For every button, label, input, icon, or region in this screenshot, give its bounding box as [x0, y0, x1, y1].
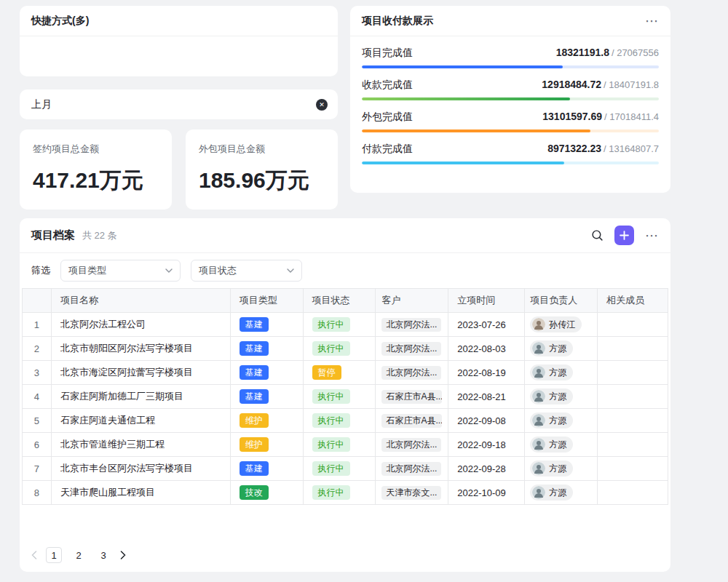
dashboard: 快捷方式(多) 上月 ✕ 签约项目总金额 417.21万元 外包项目总金额 18…: [20, 6, 670, 572]
table-card-title: 项目档案: [31, 228, 75, 242]
progress-fill: [362, 97, 570, 100]
avatar: [532, 486, 545, 499]
shortcut-card: 快捷方式(多): [20, 6, 338, 76]
chevron-down-icon: [165, 268, 173, 273]
page-button[interactable]: 2: [71, 547, 87, 563]
customer-tag: 北京阿尔法...: [381, 462, 441, 476]
metric-receipt-complete: 收款完成值 12918484.72/ 18407191.8: [362, 79, 659, 100]
filter-project-status-dropdown[interactable]: 项目状态: [191, 260, 302, 282]
customer-tag: 天津市奈文...: [381, 486, 441, 500]
avatar: [532, 414, 545, 427]
owner-name: 方源: [549, 343, 566, 355]
next-page-icon[interactable]: [120, 551, 126, 559]
status-badge: 暂停: [312, 365, 341, 380]
row-index: 6: [23, 433, 52, 457]
add-record-button[interactable]: [614, 226, 634, 245]
owner-name: 方源: [549, 391, 566, 403]
metric-total: / 18407191.8: [604, 79, 659, 90]
dropdown-label: 项目状态: [199, 264, 237, 277]
project-name-cell[interactable]: 石家庄阿斯加德工厂三期项目: [52, 385, 231, 409]
status-badge: 执行中: [312, 437, 350, 452]
members-cell[interactable]: [598, 361, 668, 385]
metric-value: 12918484.72: [542, 79, 601, 90]
type-badge: 基建: [240, 365, 269, 380]
project-name-cell[interactable]: 北京市丰台区阿尔法写字楼项目: [52, 457, 231, 481]
table-row[interactable]: 3 北京市海淀区阿拉蕾写字楼项目 基建 暂停 北京阿尔法... 2022-08-…: [23, 361, 668, 385]
project-name-cell[interactable]: 石家庄阿道夫通信工程: [52, 409, 231, 433]
prev-page-icon[interactable]: [31, 551, 37, 559]
avatar: [532, 342, 545, 355]
members-cell[interactable]: [598, 313, 668, 337]
date-cell: 2023-07-26: [448, 313, 525, 337]
progress-track: [362, 97, 659, 100]
more-menu-icon[interactable]: ⋯: [645, 228, 659, 244]
project-name-cell[interactable]: 北京市朝阳区阿尔法写字楼项目: [52, 337, 231, 361]
table-row[interactable]: 8 天津市爬山服工程项目 技改 执行中 天津市奈文... 2022-10-09 …: [23, 481, 668, 505]
header-owner: 项目负责人: [525, 289, 598, 313]
owner-chip: 方源: [530, 340, 573, 356]
stat-value: 185.96万元: [199, 166, 325, 196]
customer-tag: 北京阿尔法...: [381, 342, 441, 356]
members-cell[interactable]: [598, 457, 668, 481]
row-index: 5: [23, 409, 52, 433]
table-row[interactable]: 2 北京市朝阳区阿尔法写字楼项目 基建 执行中 北京阿尔法... 2022-08…: [23, 337, 668, 361]
members-cell[interactable]: [598, 337, 668, 361]
row-index: 7: [23, 457, 52, 481]
owner-name: 方源: [549, 439, 566, 451]
table-row[interactable]: 1 北京阿尔法工程公司 基建 执行中 北京阿尔法... 2023-07-26 孙…: [23, 313, 668, 337]
status-badge: 执行中: [312, 389, 350, 404]
project-archive-card: 项目档案 共 22 条 ⋯ 筛选 项目类型 项目状态: [20, 218, 670, 572]
header-members: 相关成员: [598, 289, 668, 313]
metric-project-complete: 项目完成值 18321191.8/ 27067556: [362, 47, 659, 68]
filter-project-type-dropdown[interactable]: 项目类型: [60, 260, 181, 282]
header-project-type: 项目类型: [231, 289, 304, 313]
row-index: 8: [23, 481, 52, 505]
project-name-cell[interactable]: 北京市海淀区阿拉蕾写字楼项目: [52, 361, 231, 385]
metric-total: / 13164807.7: [604, 143, 659, 154]
clear-filter-icon[interactable]: ✕: [316, 99, 328, 111]
more-menu-icon[interactable]: ⋯: [645, 13, 659, 29]
table-row[interactable]: 5 石家庄阿道夫通信工程 维护 执行中 石家庄市A县... 2022-09-08…: [23, 409, 668, 433]
metric-label: 项目完成值: [362, 47, 413, 60]
owner-chip: 方源: [530, 485, 573, 501]
header-customer: 客户: [376, 289, 448, 313]
search-icon[interactable]: [591, 229, 604, 242]
owner-name: 方源: [549, 415, 566, 427]
owner-chip: 方源: [530, 388, 573, 404]
members-cell[interactable]: [598, 385, 668, 409]
month-filter-label: 上月: [31, 98, 52, 111]
date-cell: 2022-09-18: [448, 433, 525, 457]
avatar: [532, 438, 545, 451]
page-button[interactable]: 3: [95, 547, 111, 563]
page-button[interactable]: 1: [46, 547, 62, 563]
project-name-cell[interactable]: 北京市管道维护三期工程: [52, 433, 231, 457]
type-badge: 技改: [240, 485, 269, 500]
project-name-cell[interactable]: 天津市爬山服工程项目: [52, 481, 231, 505]
members-cell[interactable]: [598, 481, 668, 505]
table-row[interactable]: 4 石家庄阿斯加德工厂三期项目 基建 执行中 石家庄市A县... 2022-08…: [23, 385, 668, 409]
members-cell[interactable]: [598, 433, 668, 457]
customer-tag: 北京阿尔法...: [381, 318, 441, 332]
status-badge: 执行中: [312, 317, 350, 332]
type-badge: 维护: [240, 437, 269, 452]
header-project-name: 项目名称: [52, 289, 231, 313]
type-badge: 基建: [240, 389, 269, 404]
date-cell: 2022-08-19: [448, 361, 525, 385]
table-row[interactable]: 6 北京市管道维护三期工程 维护 执行中 北京阿尔法... 2022-09-18…: [23, 433, 668, 457]
members-cell[interactable]: [598, 409, 668, 433]
owner-chip: 孙传江: [530, 316, 582, 332]
row-index: 3: [23, 361, 52, 385]
date-cell: 2022-08-21: [448, 385, 525, 409]
date-cell: 2022-09-08: [448, 409, 525, 433]
stat-card-outsourced-total: 外包项目总金额 185.96万元: [186, 129, 338, 210]
row-index: 4: [23, 385, 52, 409]
progress-track: [362, 129, 659, 132]
metric-total: / 17018411.4: [604, 111, 659, 122]
month-filter-chip[interactable]: 上月 ✕: [20, 89, 338, 119]
progress-track: [362, 65, 659, 68]
project-name-cell[interactable]: 北京阿尔法工程公司: [52, 313, 231, 337]
filter-label: 筛选: [31, 264, 50, 277]
shortcut-card-title: 快捷方式(多): [31, 15, 89, 28]
table-row[interactable]: 7 北京市丰台区阿尔法写字楼项目 基建 执行中 北京阿尔法... 2022-09…: [23, 457, 668, 481]
customer-tag: 石家庄市A县...: [381, 390, 442, 404]
